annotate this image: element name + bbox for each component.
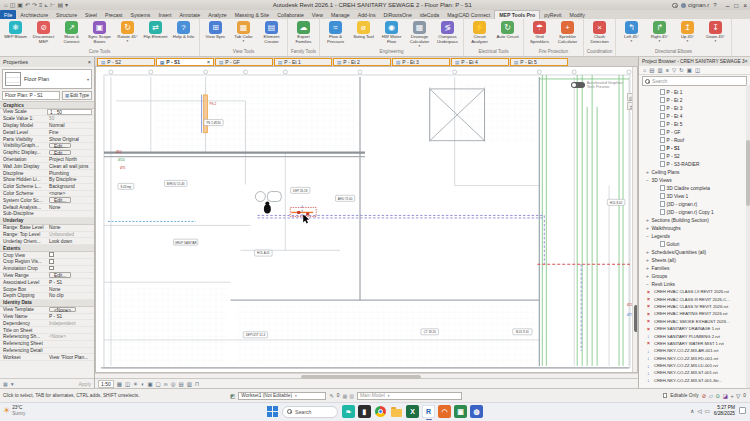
tool-drainage-calculator[interactable]: ▦Drainage Calculator▾	[406, 20, 433, 48]
tree-item-p-s1[interactable]: P - S1	[639, 144, 750, 152]
save-icon[interactable]: ▣	[17, 2, 23, 8]
reveal-constraints-icon[interactable]: ⊓	[195, 381, 199, 387]
tool-left-45-[interactable]: ↰Left 45°▾	[618, 20, 645, 48]
property-value[interactable]: Plumbing	[47, 171, 94, 176]
tree-item--3d-cignan-r-copy-1[interactable]: {3D - cignan.r} Copy 1	[639, 208, 750, 216]
browser-search-input[interactable]: Search	[642, 76, 747, 86]
ribbon-tab-manage[interactable]: Manage	[327, 10, 354, 19]
expand-toggle-icon[interactable]: +	[645, 225, 650, 231]
browser-dock-icon[interactable]: ◫	[695, 67, 700, 73]
tree-item-p-roof[interactable]: P - Roof	[639, 136, 750, 144]
view-tab-p-et-4[interactable]: ▤P - Et 4	[451, 58, 509, 66]
scale-control[interactable]: 1:50	[98, 380, 114, 388]
tree-item-families[interactable]: +Families	[639, 264, 750, 272]
view-tab-p-gf[interactable]: ▤P - GF	[215, 58, 273, 66]
design-option-select[interactable]: Main Model▾	[357, 392, 462, 400]
revit-link-item[interactable]: ↓CREH-NKY-CO-ZZ-M3-AR-001.rvt	[639, 347, 750, 354]
taskbar-firefox-icon[interactable]: ◠	[438, 405, 451, 418]
ribbon-tab-pyrevit[interactable]: pyRevit	[540, 10, 565, 19]
taskbar-clock[interactable]: 5:27 PM 6/28/2025	[714, 405, 735, 417]
revit-link-item[interactable]: ×CREH SANITARY DRAINAGE 1.rvt	[639, 325, 750, 332]
dropdown-caret-icon[interactable]: ▾	[243, 40, 245, 43]
close-view-icon[interactable]: ×	[207, 59, 210, 65]
tool-sprinkler-calculator[interactable]: +Sprinkler Calculator	[554, 20, 581, 48]
property-group-graphics[interactable]: Graphics	[0, 102, 94, 109]
ribbon-tab-modify[interactable]: Modify	[566, 10, 589, 19]
tool-flip-element[interactable]: ⇄Flip Element	[142, 20, 169, 48]
select-pinned-icon[interactable]: ⊙	[716, 393, 721, 399]
browser-settings-icon[interactable]: ▣	[687, 67, 692, 73]
tree-item-revit-links[interactable]: −Revit Links	[639, 280, 750, 288]
property-value[interactable]: <none>	[47, 191, 94, 196]
property-value[interactable]: Edit...	[47, 143, 94, 149]
user-account-menu[interactable]: cignan.r	[681, 2, 709, 8]
property-value[interactable]: View "Floor Plan...	[47, 355, 94, 360]
floor-plan-drawing[interactable]: 9.43 mpBIROU 15.43DEP 26.18AHU 72.00HOL …	[96, 67, 637, 373]
edit-button[interactable]: Edit...	[49, 272, 71, 277]
tool-flow-pressure[interactable]: ≈Flow & Pressure	[322, 20, 349, 48]
properties-close-icon[interactable]: ×	[88, 59, 91, 65]
expand-toggle-icon[interactable]: −	[645, 281, 650, 287]
tree-item-p-et-5[interactable]: P - Et 5	[639, 120, 750, 128]
property-value[interactable]: 1 : 50	[47, 109, 92, 115]
horizontal-scrollbar-thumb[interactable]	[301, 375, 420, 379]
customize-qat-icon[interactable]: ▾	[65, 2, 68, 8]
expand-toggle-icon[interactable]: +	[645, 169, 650, 175]
open-icon[interactable]: ◫	[10, 2, 16, 8]
help-menu[interactable]: ?	[713, 2, 716, 8]
dropdown-caret-icon[interactable]: ▾	[127, 40, 129, 43]
temporary-hide-isolate-icon[interactable]: ∞	[164, 381, 168, 387]
undo-icon[interactable]: ↶	[25, 2, 30, 8]
tool-tab-color[interactable]: ▦Tab Color▾	[230, 20, 257, 48]
home-icon[interactable]: ⌂	[4, 2, 8, 8]
search-icon[interactable]	[672, 3, 677, 8]
dropdown-caret-icon[interactable]: ▾	[715, 40, 717, 43]
revit-link-item[interactable]: ↓CREH SANITARY PLUMBING 2.rvt	[639, 332, 750, 339]
tag-icon[interactable]: ▤	[57, 2, 63, 8]
dropdown-caret-icon[interactable]: ▾	[659, 40, 661, 43]
property-group-underlay[interactable]: Underlay	[0, 218, 94, 225]
property-value[interactable]: No clip	[47, 293, 94, 298]
view-tab-p-et-1[interactable]: ▤P - Et 1	[274, 58, 332, 66]
tool-mep-bloom[interactable]: ❄MEP Bloom	[2, 20, 29, 48]
property-value[interactable]: None	[47, 225, 94, 230]
property-value[interactable]: None	[47, 287, 94, 292]
edit-type-button[interactable]: ▦ Edit Type	[62, 91, 92, 100]
property-value[interactable]: Show Original	[47, 137, 94, 142]
property-value[interactable]: P - S1	[47, 280, 94, 285]
property-group-extents[interactable]: Extents	[0, 245, 94, 252]
tree-item-goluri[interactable]: Goluri	[639, 240, 750, 248]
checkbox[interactable]	[49, 266, 54, 271]
property-value[interactable]: Clean all wall joins	[47, 164, 94, 169]
dropdown-caret-icon[interactable]: ▾	[631, 40, 633, 43]
select-links-icon[interactable]: ⊘	[702, 393, 707, 399]
aligned-dimension-icon[interactable]: ⊢	[50, 2, 55, 8]
taskbar-excel-icon[interactable]: X	[406, 405, 419, 418]
type-selector-caret-icon[interactable]: ▾	[87, 77, 89, 82]
editable-only-checkbox[interactable]	[663, 393, 668, 398]
shadows-icon[interactable]: ◐	[141, 381, 144, 387]
tree-item-3d-cladire-completa[interactable]: 3D Cladire completa	[639, 184, 750, 192]
ribbon-tab-mep-tools-pro[interactable]: MEP Tools Pro	[494, 10, 540, 19]
property-value[interactable]: Edit...	[47, 272, 94, 278]
tool-help-info[interactable]: ?Help & Info	[170, 20, 197, 48]
property-value[interactable]: Edit...	[47, 150, 94, 156]
measure-icon[interactable]: ⟀	[45, 2, 49, 8]
tool-sizing-tool[interactable]: ⌀Sizing Tool	[350, 20, 377, 48]
tree-item-p-et-3[interactable]: P - Et 3	[639, 104, 750, 112]
worksharing-display-icon[interactable]: ▥	[187, 381, 192, 387]
tool-hw-water-flow[interactable]: ◉HW Water Flow	[378, 20, 405, 48]
accelerated-graphics-toggle[interactable]: Accelerated Graphics Tech Preview	[571, 81, 623, 89]
tray-expand-icon[interactable]: ∧	[690, 408, 694, 414]
tree-item-3d-view-1[interactable]: 3D View 1	[639, 192, 750, 200]
tree-item-walkthroughs[interactable]: +Walkthroughs	[639, 224, 750, 232]
expand-toggle-icon[interactable]: +	[645, 265, 650, 271]
apply-button[interactable]: Apply	[78, 381, 91, 387]
tree-item-p-et-2[interactable]: P - Et 2	[639, 96, 750, 104]
print-icon[interactable]: ≡	[39, 2, 43, 8]
tree-item-p-et-4[interactable]: P - Et 4	[639, 112, 750, 120]
edit-button[interactable]: Edit...	[49, 197, 71, 202]
tool-circuit-analyzer[interactable]: ⚡Circuit Analyzer	[466, 20, 493, 48]
revit-link-item[interactable]: ↓CREH-NKY-CO-ZZ-M3-ST-001-Str...	[639, 377, 750, 384]
expand-toggle-icon[interactable]: +	[645, 257, 650, 263]
